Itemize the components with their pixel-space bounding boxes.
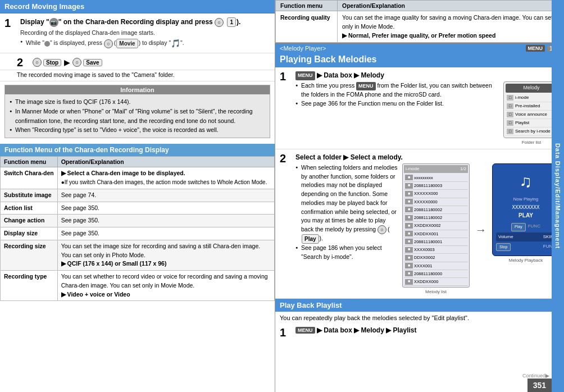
mockup-row: ■208811180001 [404,238,468,246]
playback-mockup: ♫ Now Playing XXXXXXXXX PLAY Play FUNC V… [492,163,560,257]
table-row: Substitute image See page 74. [1,189,275,202]
mockup-row: ■208811180000 [404,270,468,278]
func-label: FUNC [528,223,540,231]
top-table-section: Function menu Operation/Explanation Reco… [275,0,564,44]
play-btn-row: Play FUNC [511,223,540,231]
step1-number: 1 [4,17,17,49]
playback-xxxxxxxxx: XXXXXXXXX [512,204,540,212]
information-header: Information [5,85,270,94]
melody-step1-title: MENU ▶ Data box ▶ Melody [295,70,560,80]
step1-content: Display "📷" on the Chara-den Recording d… [20,17,270,49]
melody-step2-bullet1: When selecting folders and melodies by a… [295,163,399,244]
info-bullet-2: In Manner Mode or when "Phone" or "Mail"… [10,107,265,126]
playlist-title: Play Back Playlist [280,301,560,309]
mockup-icon: ■ [405,271,413,276]
playback-container: ♫ Now Playing XXXXXXXXX PLAY Play FUNC V… [492,163,560,296]
melody-step2-content: Select a folder ▶ Select a melody. When … [295,152,560,296]
melody-step2-row: When selecting folders and melodies by a… [295,163,560,296]
melody-player-tag: <Melody Player> [280,45,326,52]
mockup-icon: ■ [405,183,413,189]
melody-folder-mockup: Melody □i-mode □Pre-installed □Voice ann… [503,81,560,138]
mockup-icon: ■ [405,255,413,261]
func-op-sub: See page 74. [57,189,274,202]
step1-title: Display "📷" on the Chara-den Recording d… [20,17,270,27]
mockup-icon: ■ [405,175,413,180]
mockup-header: i-mode1/2 [404,165,468,173]
table-row: Switch Chara-den ▶ Select a Chara-den im… [1,167,275,189]
list-item: □i-mode [506,94,557,102]
mockup-row: ■XXDDXX0002 [404,222,468,230]
func-name-recsize: Recording size [1,240,58,270]
save-circle-icon: ○ [72,58,81,67]
folder-list-label: Folder list [522,139,542,146]
arrow-icon: → [473,163,489,296]
mockup-icon: ■ [405,199,413,204]
music-note-icon: ♫ [520,168,533,194]
func-name-display: Display size [1,227,58,240]
mockup-title: Melody [506,84,557,93]
menu-button-icon: MENU [526,45,545,52]
record-button-label: 1 [227,17,236,27]
func-op-display: See page 350. [57,227,274,240]
list-item: □Playlist [506,119,557,127]
melody-step1-number: 1 [280,70,292,146]
step2-desc: The recorded moving image is saved to th… [0,70,275,81]
func-table-col1: Function menu [1,157,58,167]
step2-number: 2 [17,56,29,69]
mockup-row: ■XXXX0003 [404,246,468,254]
step2-row: 2 ○ Stop ▶ ○ Save [0,53,275,70]
mockup-icon: ■ [405,191,413,197]
mockup-icon: ■ [405,279,413,285]
func-table-col2: Operation/Explanation [57,157,274,167]
mockup-icon: ■ [405,207,413,212]
melody-step1-text: Each time you press MENU from the Folder… [295,81,500,146]
table-row: Recording size You can set the image siz… [1,240,275,270]
func-section-header: Function Menu of the Chara-den Recording… [0,144,275,156]
mockup-row: ■208811180002 [404,214,468,222]
melody-step2-title: Select a folder ▶ Select a melody. [295,152,560,162]
left-column: Record Moving Images 1 Display "📷" on th… [0,0,275,392]
table-row: Display size See page 350. [1,227,275,240]
func-op-rectype: You can set whether to record video or v… [57,271,274,301]
rec-quality-op: You can set the image quality for saving… [338,11,564,43]
melody-playback-label: Melody Playback [509,257,543,264]
stop-button[interactable]: Stop [496,243,511,252]
func-op-switch: ▶ Select a Chara-den image to be display… [57,167,274,189]
now-playing-text: Now Playing [513,196,538,203]
list-icon: □ [507,112,513,117]
melody-step1-bullet2: See page 366 for the Function menu on th… [295,99,500,108]
func-name-change: Change action [1,215,58,227]
info-bullet-3: When "Recording type" is set to "Video +… [10,125,265,135]
func-op-action: See page 350. [57,202,274,215]
melody-step2-bullet2: See page 186 when you select "Search by … [295,244,399,262]
playlist-step-title: MENU ▶ Data box ▶ Melody ▶ Playlist [295,326,417,334]
play-small-button[interactable]: Play [511,223,526,231]
mockup-icon: ■ [405,231,413,236]
table-row: Recording quality You can set the image … [276,11,564,43]
step1-bullet1: While "" is displayed, press ○(Movie) to… [20,38,270,49]
mockup-row: ■208811180003 [404,182,468,190]
continued-label: Continued▶ [522,373,549,379]
melody-step1: 1 MENU ▶ Data box ▶ Melody Each time you… [275,67,564,149]
playlist-menu-icon: MENU [295,327,315,334]
step1-desc: Recording of the displayed Chara-den ima… [20,29,270,49]
information-text: The image size is fixed to QCIF (176 x 1… [10,97,265,135]
mockup-row: ■XXXXX0000 [404,198,468,206]
mockup-icon: ■ [405,247,413,253]
table-row: Recording type You can set whether to re… [1,271,275,301]
melody-step1-bullet1: Each time you press MENU from the Folder… [295,81,500,99]
melody-folder-mockup-container: Melody □i-mode □Pre-installed □Voice ann… [503,81,560,146]
table-row: Action list See page 350. [1,202,275,215]
playlist-section: Play Back Playlist [275,299,564,312]
melody-player-tag-bar: <Melody Player> MENU 1 6 [275,44,564,53]
sidebar-text: Data Display/Edit/Management [554,143,561,249]
top-table-col2: Operation/Explanation [338,1,564,11]
func-op-change: See page 350. [57,215,274,227]
mockup-icon: ■ [405,263,413,268]
volume-label: Volume [498,234,513,240]
melody-list-container: i-mode1/2 ■xxxxxxxxx ■208811180003 ■XXXX… [402,163,470,296]
information-box: Information The image size is fixed to Q… [4,85,270,138]
melody-list-mockup: i-mode1/2 ■xxxxxxxxx ■208811180003 ■XXXX… [402,163,470,288]
melody-list-label: Melody list [425,289,447,295]
table-row: Change action See page 350. [1,215,275,227]
